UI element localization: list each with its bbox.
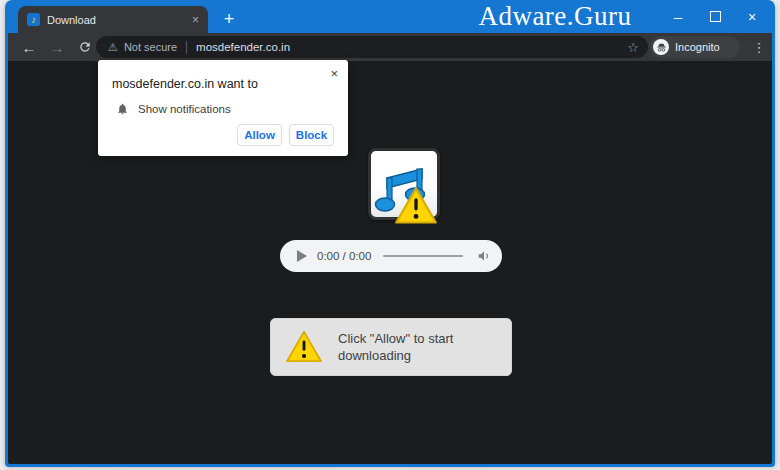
allow-button[interactable]: Allow	[237, 124, 282, 146]
titlebar: ♪ Download × + Adware.Guru – ×	[5, 0, 775, 33]
url-text: mosdefender.co.in	[196, 41, 290, 53]
tab-download[interactable]: ♪ Download ×	[18, 6, 208, 33]
incognito-label: Incognito	[675, 41, 720, 53]
notification-permission-popup: × mosdefender.co.in want to Show notific…	[98, 60, 348, 156]
watermark-text: Adware.Guru	[425, 0, 685, 33]
audio-player[interactable]: 0:00 / 0:00	[280, 240, 502, 272]
popup-title: mosdefender.co.in want to	[112, 77, 258, 91]
audio-favicon-icon: ♪	[27, 13, 40, 26]
new-tab-button[interactable]: +	[217, 7, 241, 31]
block-button[interactable]: Block	[289, 124, 334, 146]
back-button[interactable]: ←	[16, 33, 42, 61]
play-icon[interactable]	[297, 250, 307, 262]
security-label: Not secure	[124, 41, 177, 53]
popup-close-icon[interactable]: ×	[330, 66, 338, 81]
address-bar[interactable]: ⚠ Not secure mosdefender.co.in ☆	[96, 36, 648, 58]
bookmark-star-icon[interactable]: ☆	[627, 36, 639, 58]
page-content: ← → ⚠ Not secure mosdefender.co.in ☆	[8, 33, 772, 464]
player-seekbar[interactable]	[383, 255, 463, 257]
forward-button[interactable]: →	[44, 33, 70, 61]
player-time: 0:00 / 0:00	[317, 250, 371, 262]
menu-button[interactable]: ⋮	[748, 33, 770, 61]
omnibox-divider	[186, 41, 187, 54]
incognito-icon	[653, 39, 669, 55]
bell-icon	[116, 102, 129, 116]
tab-close-icon[interactable]: ×	[192, 14, 199, 26]
reload-button[interactable]	[72, 33, 98, 61]
close-window-button[interactable]: ×	[737, 0, 767, 33]
volume-icon[interactable]	[477, 249, 491, 263]
audio-file-icon	[360, 146, 442, 228]
permission-label: Show notifications	[138, 103, 231, 115]
tab-title: Download	[47, 14, 192, 26]
warning-message: Click "Allow" to start downloading	[338, 330, 498, 364]
browser-window: ♪ Download × + Adware.Guru – × ← → ⚠ Not…	[5, 0, 775, 467]
file-warning-icon	[394, 186, 438, 230]
browser-toolbar: ← → ⚠ Not secure mosdefender.co.in ☆	[8, 33, 772, 61]
permission-row: Show notifications	[116, 102, 231, 116]
minimize-button[interactable]: –	[663, 0, 693, 33]
maximize-icon	[710, 11, 721, 22]
warning-triangle-icon	[285, 330, 323, 368]
incognito-badge: Incognito	[650, 36, 740, 58]
not-secure-icon: ⚠	[108, 42, 118, 53]
download-warning-box: Click "Allow" to start downloading	[270, 318, 512, 376]
reload-icon	[78, 40, 92, 54]
maximize-button[interactable]	[700, 0, 730, 33]
